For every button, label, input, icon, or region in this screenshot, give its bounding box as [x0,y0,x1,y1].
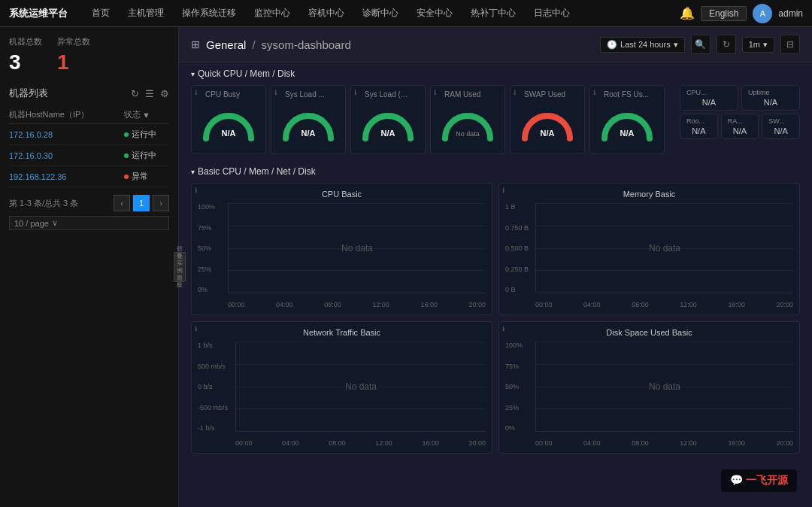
machine-row[interactable]: 172.16.0.28 运行中 [9,124,169,145]
refresh-button[interactable]: ↻ [717,35,736,54]
x-label: 12:00 [680,439,697,447]
watermark: 💬 一飞开源 [721,469,797,492]
x-label: 04:00 [282,439,299,447]
dashboard-grid-icon: ⊞ [191,38,200,50]
status-dot-red-icon [124,175,129,179]
svg-text:N/A: N/A [620,129,635,138]
info-icon: ℹ [514,89,516,96]
dashboard-controls: 🕐 Last 24 hours ▾ 🔍 ↻ 1m ▾ ⊟ [600,35,800,54]
gauge-svg-ram: No data [438,105,498,146]
x-label: 12:00 [375,439,392,447]
zoom-out-button[interactable]: 🔍 [691,35,710,54]
notification-bell-icon[interactable]: 🔔 [680,6,695,20]
chart-cpu-basic: ℹ CPU Basic 100% 75% 50% 25% 0% [191,183,492,315]
y-label: 0 b/s [198,383,235,390]
chart-cpu-title: CPU Basic [198,190,486,199]
time-range-selector[interactable]: 🕐 Last 24 hours ▾ [600,37,685,53]
next-page-button[interactable]: › [153,195,169,211]
chart-memory-title: Memory Basic [505,190,793,199]
machine-status-0: 运行中 [124,129,169,140]
chart-info-icon: ℹ [502,187,504,194]
filter-icon[interactable]: ☰ [145,88,154,99]
status-col-header: 状态 ▼ [124,109,169,120]
nav-container[interactable]: 容机中心 [299,0,353,27]
info-icon: ℹ [434,89,436,96]
svg-text:N/A: N/A [381,129,395,138]
dashboard-title: ⊞ General / sysom-dashboard [191,38,351,51]
chart-memory-nodata: No data [649,243,680,254]
y-label: 0.500 B [505,244,535,252]
chart-disk-title: Disk Space Used Basic [505,328,793,337]
chart-network-title: Network Traffic Basic [198,328,486,337]
chart-cpu-plot: No data [228,203,486,293]
nav-home[interactable]: 首页 [83,0,119,27]
status-text-0: 运行中 [132,129,156,140]
y-label: -500 mb/s [198,404,235,411]
nav-os-migration[interactable]: 操作系统迁移 [173,0,245,27]
per-page-selector[interactable]: 10 / page ∨ [9,216,169,230]
nav-diagnostic[interactable]: 诊断中心 [353,0,408,27]
svg-text:N/A: N/A [222,129,236,138]
refresh-icon[interactable]: ↻ [131,88,139,99]
nav-security[interactable]: 安全中心 [408,0,462,27]
chart-y-labels-disk: 100% 75% 50% 25% 0% [505,342,535,432]
info-icon: ℹ [354,89,356,96]
nav-log[interactable]: 日志中心 [525,0,579,27]
chart-memory-area: 1 B 0.750 B 0.500 B 0.250 B 0 B No data [505,203,793,308]
widget-swap-label: SWAP Used [517,90,578,99]
gauge-sys-load-1: N/A [277,102,339,149]
pagination-info: 第 1-3 条/总共 3 条 [9,198,78,209]
watermark-icon: 💬 [730,474,743,486]
x-label: 12:00 [372,301,389,308]
interval-selector[interactable]: 1m ▾ [742,37,774,53]
gauge-sys-load-2: N/A [357,102,419,149]
grid-line [536,364,793,365]
y-label: 0% [198,286,228,293]
machine-row[interactable]: 192.168.122.36 异常 [9,166,169,187]
widget-ra-sm-value: N/A [728,126,753,135]
current-page-number[interactable]: 1 [133,195,150,211]
chart-disk-area: 100% 75% 50% 25% 0% No data [505,342,793,447]
grid-line [229,226,486,226]
widget-sys-load-2-label: Sys Load (… [357,90,419,99]
per-page-label: 10 / page [14,219,49,228]
widget-root-sm-label: Roo... [686,117,711,125]
top-navigation: 系统运维平台 首页 主机管理 操作系统迁移 监控中心 容机中心 诊断中心 安全中… [0,0,812,27]
language-selector[interactable]: English [701,6,747,21]
y-label: 1 B [505,203,535,211]
machine-list-controls: ↻ ☰ ⚙ [131,88,169,99]
y-label: 100% [505,342,535,349]
filter-dropdown-icon[interactable]: ▼ [142,111,150,120]
widget-sys-load-1: ℹ Sys Load ... N/A [271,85,346,154]
widget-ram-label: RAM Used [437,90,498,99]
x-label: 04:00 [276,301,293,308]
machine-row[interactable]: 172.16.0.30 运行中 [9,145,169,166]
settings-icon[interactable]: ⚙ [160,88,169,99]
nav-host-mgmt[interactable]: 主机管理 [119,0,173,27]
username-label: admin [778,8,803,19]
prev-page-button[interactable]: ‹ [114,195,130,211]
sidebar: 折叠实例面板 机器总数 3 异常总数 1 机器列表 ↻ ☰ ⚙ 机器HostNa… [0,27,179,507]
charts-section: ℹ CPU Basic 100% 75% 50% 25% 0% [179,183,812,460]
quick-section-header[interactable]: ▾ Quick CPU / Mem / Disk [179,62,812,85]
y-label: 0.250 B [505,266,535,273]
chart-x-labels-memory: 00:00 04:00 08:00 12:00 16:00 20:00 [535,301,793,308]
y-label: 50% [505,383,535,390]
main-layout: 折叠实例面板 机器总数 3 异常总数 1 机器列表 ↻ ☰ ⚙ 机器HostNa… [0,27,812,507]
grid-line [236,342,486,342]
basic-section-header[interactable]: ▾ Basic CPU / Mem / Net / Disk [179,160,812,183]
widget-ra-sm-label: RA... [728,117,753,125]
nav-hotpatch[interactable]: 热补丁中心 [462,0,525,27]
status-dot-green-icon [124,132,129,137]
main-content: ⊞ General / sysom-dashboard 🕐 Last 24 ho… [179,27,812,507]
y-label: 1 b/s [198,342,235,349]
chart-disk-basic: ℹ Disk Space Used Basic 100% 75% 50% 25%… [498,321,800,454]
machine-status-2: 异常 [124,171,169,182]
error-machines-stat: 异常总数 1 [57,36,90,74]
host-col-header: 机器HostName（IP） [9,109,121,120]
chart-network-plot: No data [235,342,486,432]
fold-panel-button[interactable]: 折叠实例面板 [174,252,186,282]
grid-line [536,203,793,204]
nav-monitor[interactable]: 监控中心 [245,0,299,27]
display-settings-button[interactable]: ⊟ [780,35,800,54]
